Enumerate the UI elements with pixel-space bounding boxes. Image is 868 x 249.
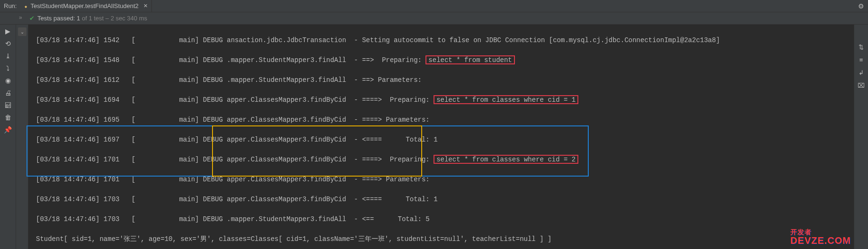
- log-line: [03/18 14:47:46] 1612 [ main] DEBUG .map…: [36, 75, 854, 85]
- print-icon[interactable]: 🖨: [3, 89, 13, 97]
- pin-icon[interactable]: 📌: [3, 126, 13, 133]
- tab-title: TestStudentMapper.testFindAllStudent2: [30, 2, 138, 9]
- log-line: [03/18 14:47:46] 1703 [ main] DEBUG appe…: [36, 195, 854, 205]
- run-tab[interactable]: ⬥ TestStudentMapper.testFindAllStudent2 …: [20, 0, 151, 12]
- sql-highlight: select * from student: [425, 55, 514, 64]
- run-label: Run:: [4, 2, 17, 9]
- log-line: [03/18 14:47:46] 1701 [ main] DEBUG appe…: [36, 155, 854, 165]
- sql-highlight: select * from classes where cid = 1: [434, 95, 578, 104]
- test-file-icon: ⬥: [24, 3, 27, 9]
- log-line: [03/18 14:47:46] 1548 [ main] DEBUG .map…: [36, 55, 854, 65]
- log-line: [03/18 14:47:46] 1701 [ main] DEBUG appe…: [36, 175, 854, 185]
- gear-icon[interactable]: ⚙: [858, 2, 864, 10]
- run-header: Run: ⬥ TestStudentMapper.testFindAllStud…: [0, 0, 868, 12]
- log-line: [03/18 14:47:46] 1697 [ main] DEBUG appe…: [36, 135, 854, 145]
- collapse-gutter: ⌄: [16, 25, 28, 249]
- rerun-icon[interactable]: ⟲: [3, 40, 13, 47]
- close-icon[interactable]: ✕: [143, 3, 148, 9]
- orange-highlight-box: [212, 125, 422, 177]
- log-line: Student[ sid=1, name='张三', age=10, sex='…: [36, 234, 854, 244]
- log-line: [03/18 14:47:46] 1694 [ main] DEBUG appe…: [36, 95, 854, 105]
- log-line: [03/18 14:47:46] 1542 [ main] DEBUG ansa…: [36, 36, 854, 45]
- clear-icon[interactable]: ⌧: [858, 82, 865, 89]
- trash-icon[interactable]: 🗑: [3, 114, 13, 121]
- step-icon[interactable]: ⤓: [3, 52, 13, 60]
- expand-chevrons-icon[interactable]: »: [19, 14, 22, 21]
- console-output[interactable]: [03/18 14:47:46] 1542 [ main] DEBUG ansa…: [28, 25, 854, 249]
- tests-passed-text: Tests passed: 1 of 1 test – 2 sec 340 ms: [37, 15, 147, 22]
- collapse-arrow-icon[interactable]: ⌄: [18, 27, 27, 36]
- right-toolbar: ⇅ ≡ ↲ ⌧: [854, 25, 868, 249]
- main-area: ▶ ⟲ ⤓ ⤵ ◉ 🖨 🗟 🗑 📌 ⌄ [03/18 14:47:46] 154…: [0, 25, 868, 249]
- log-line: [03/18 14:47:46] 1695 [ main] DEBUG appe…: [36, 115, 854, 125]
- sql-highlight: select * from classes where cid = 2: [434, 155, 578, 164]
- sort-icon[interactable]: ⇅: [859, 44, 864, 51]
- check-icon: ✔: [29, 15, 35, 22]
- stop-icon[interactable]: ⤵: [3, 64, 13, 72]
- left-toolbar: ▶ ⟲ ⤓ ⤵ ◉ 🖨 🗟 🗑 📌: [0, 25, 16, 249]
- run-icon[interactable]: ▶: [3, 27, 13, 35]
- wrap-icon[interactable]: ≡: [859, 56, 863, 63]
- log-line: [03/18 14:47:46] 1703 [ main] DEBUG .map…: [36, 214, 854, 224]
- scroll-icon[interactable]: ↲: [859, 69, 864, 76]
- blue-highlight-box: [27, 125, 589, 177]
- target-icon[interactable]: ◉: [3, 77, 13, 84]
- layout-icon[interactable]: 🗟: [3, 101, 13, 109]
- test-status-bar: » ✔ Tests passed: 1 of 1 test – 2 sec 34…: [0, 12, 868, 25]
- watermark: 开发者 DEVZE.COM: [790, 229, 851, 246]
